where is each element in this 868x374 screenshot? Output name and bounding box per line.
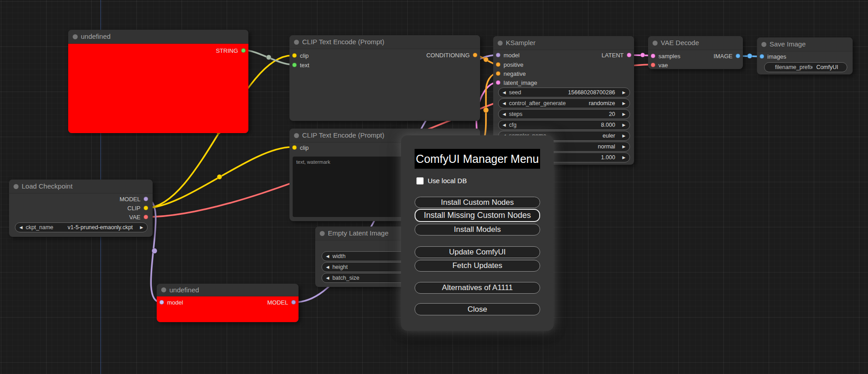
port-label: CONDITIONING <box>426 52 470 59</box>
output-image[interactable]: IMAGE <box>648 51 743 60</box>
clip-port-icon[interactable] <box>292 145 297 150</box>
increment-arrow-icon[interactable]: ▶ <box>622 134 625 138</box>
output-model[interactable]: MODEL <box>157 298 299 307</box>
port-label: clip <box>300 144 309 151</box>
input-positive[interactable]: positive <box>493 60 634 69</box>
install-models-button[interactable]: Install Models <box>415 224 540 235</box>
link-dot <box>640 53 645 57</box>
node-title: Save Image <box>770 40 806 48</box>
filename-prefix-widget[interactable]: filename_prefix ComfyUI <box>764 62 847 72</box>
conditioning-port-icon[interactable] <box>496 62 500 67</box>
decrement-arrow-icon[interactable]: ◀ <box>326 254 329 259</box>
collapse-dot-icon[interactable] <box>161 287 166 292</box>
input-images[interactable]: images <box>757 52 853 61</box>
clip-port-icon[interactable] <box>144 206 148 210</box>
image-port-icon[interactable] <box>736 54 740 58</box>
node-clip-text-encode-top[interactable]: CLIP Text Encode (Prompt) clip text COND… <box>289 35 480 121</box>
ckpt-name-widget[interactable]: ◀ ckpt_name v1-5-pruned-emaonly.ckpt ▶ <box>15 222 148 232</box>
decrement-arrow-icon[interactable]: ◀ <box>503 112 506 116</box>
output-clip[interactable]: CLIP <box>9 203 153 212</box>
install-missing-custom-nodes-button[interactable]: Install Missing Custom Nodes <box>415 209 540 222</box>
node-title-bar[interactable]: KSampler <box>493 36 634 50</box>
input-latent-image[interactable]: latent_image <box>493 78 634 87</box>
latent-port-icon[interactable] <box>496 80 500 85</box>
increment-arrow-icon[interactable]: ▶ <box>622 144 625 149</box>
collapse-dot-icon[interactable] <box>498 41 503 46</box>
wire-clip-b <box>146 147 292 208</box>
input-vae[interactable]: vae <box>648 60 743 69</box>
node-title-bar[interactable]: undefined <box>157 284 299 296</box>
collapse-dot-icon[interactable] <box>14 184 19 189</box>
input-text[interactable]: text <box>289 60 480 69</box>
increment-arrow-icon[interactable]: ▶ <box>622 155 625 160</box>
seed-widget[interactable]: ◀ seed 156680208700286 ▶ <box>498 88 630 97</box>
increment-arrow-icon[interactable]: ▶ <box>622 101 625 106</box>
decrement-arrow-icon[interactable]: ◀ <box>326 276 329 280</box>
output-latent[interactable]: LATENT <box>493 51 634 60</box>
node-title: Empty Latent Image <box>328 229 388 237</box>
node-title-bar[interactable]: Load Checkpoint <box>9 180 153 194</box>
decrement-arrow-icon[interactable]: ◀ <box>326 265 329 269</box>
install-custom-nodes-button[interactable]: Install Custom Nodes <box>415 197 540 208</box>
wire-string-text <box>244 50 292 65</box>
increment-arrow-icon[interactable]: ▶ <box>622 112 625 116</box>
output-string[interactable]: STRING <box>68 46 248 55</box>
port-label: negative <box>504 70 526 77</box>
collapse-dot-icon[interactable] <box>761 42 766 47</box>
model-port-icon[interactable] <box>144 197 148 201</box>
collapse-dot-icon[interactable] <box>320 231 325 236</box>
decrement-arrow-icon[interactable]: ◀ <box>19 225 23 230</box>
use-local-db-checkbox[interactable] <box>416 177 424 185</box>
model-port-icon[interactable] <box>291 300 296 305</box>
latent-port-icon[interactable] <box>627 53 631 57</box>
conditioning-port-icon[interactable] <box>496 71 500 76</box>
output-vae[interactable]: VAE <box>9 212 153 222</box>
decrement-arrow-icon[interactable]: ◀ <box>503 101 506 106</box>
decrement-arrow-icon[interactable]: ◀ <box>503 123 506 127</box>
link-dot <box>483 107 489 113</box>
increment-arrow-icon[interactable]: ▶ <box>140 225 143 230</box>
string-port-icon[interactable] <box>241 48 246 53</box>
alternatives-of-a1111-button[interactable]: Alternatives of A1111 <box>415 282 540 294</box>
node-load-checkpoint[interactable]: Load Checkpoint MODEL CLIP VAE ◀ ckpt_na… <box>9 180 153 237</box>
port-label: MODEL <box>267 299 288 306</box>
node-title-bar[interactable]: VAE Decode <box>648 36 743 50</box>
port-label: images <box>767 53 786 60</box>
link-dot <box>152 248 157 254</box>
collapse-dot-icon[interactable] <box>653 41 658 46</box>
node-vae-decode[interactable]: VAE Decode samples vae IMAGE <box>648 36 743 69</box>
decrement-arrow-icon[interactable]: ◀ <box>503 90 506 95</box>
input-negative[interactable]: negative <box>493 69 634 78</box>
node-undefined-bottom[interactable]: undefined model MODEL <box>157 284 299 322</box>
vae-port-icon[interactable] <box>651 63 655 67</box>
fetch-updates-button[interactable]: Fetch Updates <box>415 260 540 272</box>
output-model[interactable]: MODEL <box>9 194 153 203</box>
string-port-icon[interactable] <box>292 63 297 67</box>
comfyui-manager-menu-dialog: ComfyUI Manager Menu Use local DB Instal… <box>401 135 554 331</box>
dialog-title: ComfyUI Manager Menu <box>415 149 540 169</box>
node-title: undefined <box>81 32 111 40</box>
node-title-bar[interactable]: Save Image <box>757 37 853 51</box>
collapse-dot-icon[interactable] <box>73 34 78 39</box>
node-title-bar[interactable]: CLIP Text Encode (Prompt) <box>289 35 480 49</box>
close-button[interactable]: Close <box>415 303 540 315</box>
node-title-bar[interactable]: undefined <box>68 30 248 44</box>
conditioning-port-icon[interactable] <box>473 53 477 57</box>
collapse-dot-icon[interactable] <box>294 133 299 138</box>
steps-widget[interactable]: ◀ steps 20 ▶ <box>498 109 630 119</box>
vae-port-icon[interactable] <box>144 215 148 219</box>
update-comfyui-button[interactable]: Update ComfyUI <box>415 246 540 258</box>
node-undefined-top[interactable]: undefined STRING <box>68 30 248 133</box>
image-port-icon[interactable] <box>760 54 764 59</box>
increment-arrow-icon[interactable]: ▶ <box>622 90 625 95</box>
port-label: LATENT <box>602 52 624 59</box>
node-save-image[interactable]: Save Image images filename_prefix ComfyU… <box>757 37 853 74</box>
cfg-widget[interactable]: ◀ cfg 8.000 ▶ <box>498 120 630 130</box>
use-local-db-label: Use local DB <box>428 177 467 185</box>
increment-arrow-icon[interactable]: ▶ <box>622 123 625 127</box>
link-dot <box>217 175 222 180</box>
collapse-dot-icon[interactable] <box>294 40 299 45</box>
output-conditioning[interactable]: CONDITIONING <box>289 51 480 60</box>
control-after-generate-widget[interactable]: ◀ control_after_generate randomize ▶ <box>498 98 630 108</box>
port-label: MODEL <box>120 196 140 203</box>
